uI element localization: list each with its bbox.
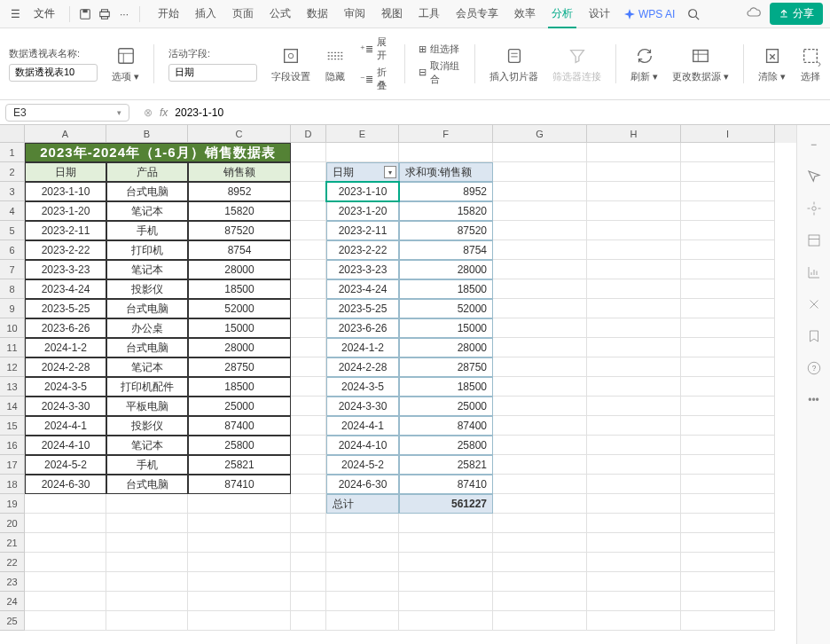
cell-G18[interactable]	[493, 475, 587, 494]
cell-C24[interactable]	[188, 592, 291, 611]
cell-B18[interactable]: 台式电脑	[106, 475, 188, 494]
col-header-F[interactable]: F	[399, 125, 493, 143]
pivot-row-14[interactable]: 2024-3-30	[326, 397, 399, 416]
cursor-icon[interactable]	[805, 168, 823, 185]
cell-D22[interactable]	[291, 553, 326, 572]
cell-A12[interactable]: 2024-2-28	[25, 357, 106, 377]
cell-G25[interactable]	[493, 611, 587, 631]
cell-C17[interactable]: 25821	[188, 455, 291, 475]
cell-H1[interactable]	[587, 143, 681, 162]
cell-H15[interactable]	[587, 416, 681, 436]
cell-B19[interactable]	[106, 494, 188, 514]
tab-11[interactable]: 设计	[585, 1, 614, 27]
row-header-6[interactable]: 6	[0, 240, 25, 260]
cell-A17[interactable]: 2024-5-2	[25, 455, 106, 475]
pivot-row-16[interactable]: 2024-4-10	[326, 436, 399, 455]
layout-icon[interactable]	[805, 232, 823, 249]
row-header-1[interactable]: 1	[0, 143, 25, 162]
cell-C22[interactable]	[188, 553, 291, 572]
tab-1[interactable]: 插入	[192, 1, 220, 27]
cell-H20[interactable]	[587, 514, 681, 533]
collapse-button[interactable]: ⁻≣ 折叠	[360, 66, 390, 92]
cell-A22[interactable]	[25, 553, 106, 572]
cell-A18[interactable]: 2024-6-30	[25, 475, 106, 494]
col-header-A[interactable]: A	[25, 125, 106, 143]
cell-I8[interactable]	[681, 279, 775, 299]
cell-A23[interactable]	[25, 572, 106, 592]
ribbon-expand-icon[interactable]: ›	[818, 58, 821, 70]
cell-C25[interactable]	[188, 611, 291, 631]
cell-A5[interactable]: 2023-2-11	[25, 221, 106, 240]
cell-B21[interactable]	[106, 533, 188, 553]
cell-F23[interactable]	[399, 572, 493, 592]
refresh-button[interactable]: 刷新 ▾	[630, 45, 658, 83]
cell-B12[interactable]: 笔记本	[106, 357, 188, 377]
cell-E20[interactable]	[326, 514, 399, 533]
tab-5[interactable]: 审阅	[341, 1, 369, 27]
save-icon[interactable]	[77, 6, 93, 22]
cell-G2[interactable]	[493, 162, 587, 182]
cell-E1[interactable]	[326, 143, 399, 162]
options-button[interactable]: 选项 ▾	[112, 45, 139, 83]
row-header-3[interactable]: 3	[0, 182, 25, 201]
cell-H10[interactable]	[587, 318, 681, 338]
cell-I3[interactable]	[681, 182, 775, 201]
cell-B16[interactable]: 笔记本	[106, 436, 188, 455]
tab-9[interactable]: 效率	[511, 1, 539, 27]
cell-I25[interactable]	[681, 611, 775, 631]
row-header-18[interactable]: 18	[0, 475, 25, 494]
cell-A6[interactable]: 2023-2-22	[25, 240, 106, 260]
cell-I18[interactable]	[681, 475, 775, 494]
tab-7[interactable]: 工具	[415, 1, 443, 27]
cell-E23[interactable]	[326, 572, 399, 592]
cell-A14[interactable]: 2024-3-30	[25, 397, 106, 416]
cell-E25[interactable]	[326, 611, 399, 631]
row-header-16[interactable]: 16	[0, 436, 25, 455]
cell-B25[interactable]	[106, 611, 188, 631]
row-header-22[interactable]: 22	[0, 553, 25, 572]
cell-H7[interactable]	[587, 260, 681, 279]
cell-D12[interactable]	[291, 357, 326, 377]
cell-D13[interactable]	[291, 377, 326, 397]
cell-G16[interactable]	[493, 436, 587, 455]
cell-C6[interactable]: 8754	[188, 240, 291, 260]
row-header-15[interactable]: 15	[0, 416, 25, 436]
filter-conn-button[interactable]: 筛选器连接	[552, 45, 601, 83]
table-header-date[interactable]: 日期	[25, 162, 106, 182]
cell-B17[interactable]: 手机	[106, 455, 188, 475]
cell-I6[interactable]	[681, 240, 775, 260]
cell-I14[interactable]	[681, 397, 775, 416]
cell-I7[interactable]	[681, 260, 775, 279]
cell-D1[interactable]	[291, 143, 326, 162]
pivot-total-label[interactable]: 总计	[326, 494, 399, 514]
row-header-23[interactable]: 23	[0, 572, 25, 592]
cell-C21[interactable]	[188, 533, 291, 553]
cell-D6[interactable]	[291, 240, 326, 260]
cell-G1[interactable]	[493, 143, 587, 162]
cell-A16[interactable]: 2024-4-10	[25, 436, 106, 455]
cell-A3[interactable]: 2023-1-10	[25, 182, 106, 201]
cell-H4[interactable]	[587, 201, 681, 221]
pivot-val-13[interactable]: 18500	[399, 377, 493, 397]
cell-C18[interactable]: 87410	[188, 475, 291, 494]
cell-A9[interactable]: 2023-5-25	[25, 299, 106, 318]
pivot-row-8[interactable]: 2023-4-24	[326, 279, 399, 299]
pivot-value-header[interactable]: 求和项:销售额	[399, 162, 493, 182]
row-header-24[interactable]: 24	[0, 592, 25, 611]
cloud-icon[interactable]	[741, 5, 766, 22]
cell-D20[interactable]	[291, 514, 326, 533]
more-menu[interactable]: ···	[116, 6, 132, 22]
row-header-21[interactable]: 21	[0, 533, 25, 553]
cell-G8[interactable]	[493, 279, 587, 299]
cell-C11[interactable]: 28000	[188, 338, 291, 357]
pivot-total-value[interactable]: 561227	[399, 494, 493, 514]
col-header-D[interactable]: D	[291, 125, 326, 143]
cell-H17[interactable]	[587, 455, 681, 475]
expand-button[interactable]: ⁺≣ 展开	[360, 35, 390, 62]
cell-H11[interactable]	[587, 338, 681, 357]
cell-E21[interactable]	[326, 533, 399, 553]
cell-F24[interactable]	[399, 592, 493, 611]
cell-I17[interactable]	[681, 455, 775, 475]
cell-B6[interactable]: 打印机	[106, 240, 188, 260]
tab-2[interactable]: 页面	[229, 1, 257, 27]
